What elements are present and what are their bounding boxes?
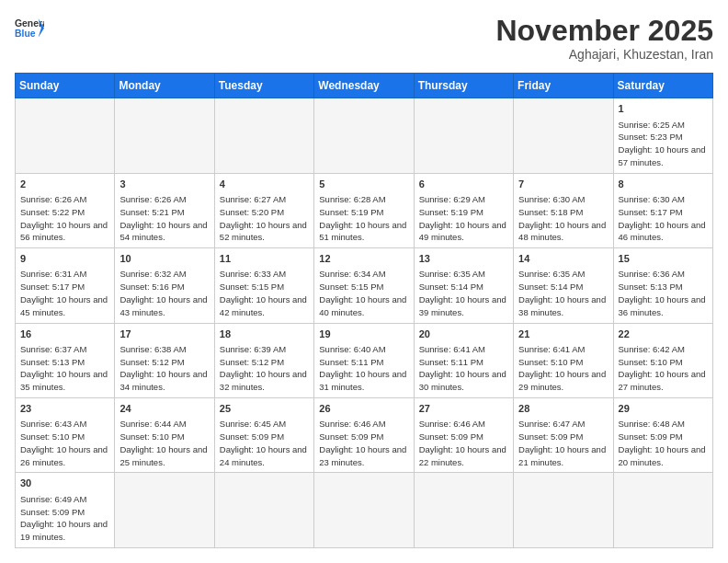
day-info: Sunrise: 6:46 AM Sunset: 5:09 PM Dayligh… (319, 418, 408, 468)
calendar-cell: 14Sunrise: 6:35 AM Sunset: 5:14 PM Dayli… (514, 248, 613, 323)
day-number: 8 (619, 178, 708, 191)
svg-text:General: General (15, 18, 44, 29)
day-number: 9 (20, 252, 109, 266)
day-number: 11 (220, 252, 309, 266)
day-info: Sunrise: 6:25 AM Sunset: 5:23 PM Dayligh… (619, 119, 708, 169)
day-info: Sunrise: 6:37 AM Sunset: 5:13 PM Dayligh… (20, 343, 109, 394)
day-number: 30 (20, 477, 109, 490)
day-info: Sunrise: 6:38 AM Sunset: 5:12 PM Dayligh… (119, 343, 209, 394)
day-number: 29 (619, 402, 708, 416)
location-subtitle: Aghajari, Khuzestan, Iran (495, 47, 713, 62)
day-number: 5 (319, 178, 408, 191)
calendar-cell (314, 98, 414, 173)
calendar-cell: 24Sunrise: 6:44 AM Sunset: 5:10 PM Dayli… (115, 398, 214, 473)
day-info: Sunrise: 6:29 AM Sunset: 5:19 PM Dayligh… (419, 193, 508, 244)
svg-text:Blue: Blue (15, 29, 36, 39)
day-number: 13 (419, 252, 508, 266)
calendar-cell: 26Sunrise: 6:46 AM Sunset: 5:09 PM Dayli… (314, 398, 414, 473)
day-info: Sunrise: 6:34 AM Sunset: 5:15 PM Dayligh… (319, 268, 408, 318)
day-info: Sunrise: 6:28 AM Sunset: 5:19 PM Dayligh… (319, 193, 408, 244)
day-number: 22 (619, 327, 708, 341)
calendar-cell (414, 473, 513, 547)
day-number: 2 (20, 178, 109, 191)
day-info: Sunrise: 6:30 AM Sunset: 5:18 PM Dayligh… (518, 193, 608, 244)
day-info: Sunrise: 6:27 AM Sunset: 5:20 PM Dayligh… (220, 193, 309, 244)
calendar-cell: 25Sunrise: 6:45 AM Sunset: 5:09 PM Dayli… (214, 398, 313, 473)
day-number: 15 (619, 252, 708, 266)
title-block: November 2025 Aghajari, Khuzestan, Iran (495, 15, 713, 62)
calendar-cell: 23Sunrise: 6:43 AM Sunset: 5:10 PM Dayli… (16, 398, 115, 473)
day-info: Sunrise: 6:42 AM Sunset: 5:10 PM Dayligh… (619, 343, 708, 394)
day-number: 21 (518, 327, 608, 341)
calendar-cell: 19Sunrise: 6:40 AM Sunset: 5:11 PM Dayli… (314, 323, 414, 397)
day-info: Sunrise: 6:41 AM Sunset: 5:10 PM Dayligh… (518, 343, 608, 394)
day-number: 27 (419, 402, 508, 416)
calendar-cell (214, 98, 313, 173)
calendar-cell: 9Sunrise: 6:31 AM Sunset: 5:17 PM Daylig… (16, 248, 115, 323)
calendar-cell (514, 473, 613, 547)
weekday-header-friday: Friday (514, 74, 613, 98)
day-number: 3 (119, 178, 209, 191)
day-info: Sunrise: 6:44 AM Sunset: 5:10 PM Dayligh… (119, 418, 209, 468)
page-header: General Blue November 2025 Aghajari, Khu… (15, 15, 713, 62)
day-number: 1 (619, 102, 708, 116)
calendar-cell: 28Sunrise: 6:47 AM Sunset: 5:09 PM Dayli… (514, 398, 613, 473)
day-info: Sunrise: 6:48 AM Sunset: 5:09 PM Dayligh… (619, 418, 708, 468)
day-info: Sunrise: 6:26 AM Sunset: 5:22 PM Dayligh… (20, 193, 109, 244)
day-info: Sunrise: 6:26 AM Sunset: 5:21 PM Dayligh… (119, 193, 209, 244)
calendar-cell (314, 473, 414, 547)
day-info: Sunrise: 6:30 AM Sunset: 5:17 PM Dayligh… (619, 193, 708, 244)
day-number: 28 (518, 402, 608, 416)
day-info: Sunrise: 6:47 AM Sunset: 5:09 PM Dayligh… (518, 418, 608, 468)
calendar-cell: 22Sunrise: 6:42 AM Sunset: 5:10 PM Dayli… (613, 323, 712, 397)
day-number: 10 (119, 252, 209, 266)
calendar-cell: 5Sunrise: 6:28 AM Sunset: 5:19 PM Daylig… (314, 173, 414, 247)
weekday-header-thursday: Thursday (414, 74, 513, 98)
calendar-cell: 16Sunrise: 6:37 AM Sunset: 5:13 PM Dayli… (16, 323, 115, 397)
calendar-cell: 2Sunrise: 6:26 AM Sunset: 5:22 PM Daylig… (16, 173, 115, 247)
calendar-cell: 3Sunrise: 6:26 AM Sunset: 5:21 PM Daylig… (115, 173, 214, 247)
day-info: Sunrise: 6:46 AM Sunset: 5:09 PM Dayligh… (419, 418, 508, 468)
day-number: 18 (220, 327, 309, 341)
calendar-cell: 17Sunrise: 6:38 AM Sunset: 5:12 PM Dayli… (115, 323, 214, 397)
day-info: Sunrise: 6:49 AM Sunset: 5:09 PM Dayligh… (20, 493, 109, 544)
day-info: Sunrise: 6:36 AM Sunset: 5:13 PM Dayligh… (619, 268, 708, 318)
calendar-cell (514, 98, 613, 173)
day-number: 17 (119, 327, 209, 341)
day-info: Sunrise: 6:41 AM Sunset: 5:11 PM Dayligh… (419, 343, 508, 394)
day-number: 7 (518, 178, 608, 191)
day-number: 12 (319, 252, 408, 266)
calendar-cell (16, 98, 115, 173)
calendar-cell (115, 98, 214, 173)
calendar-cell: 8Sunrise: 6:30 AM Sunset: 5:17 PM Daylig… (613, 173, 712, 247)
day-info: Sunrise: 6:35 AM Sunset: 5:14 PM Dayligh… (419, 268, 508, 318)
day-info: Sunrise: 6:45 AM Sunset: 5:09 PM Dayligh… (220, 418, 309, 468)
calendar-cell: 18Sunrise: 6:39 AM Sunset: 5:12 PM Dayli… (214, 323, 313, 397)
day-number: 20 (419, 327, 508, 341)
calendar-cell: 27Sunrise: 6:46 AM Sunset: 5:09 PM Dayli… (414, 398, 513, 473)
weekday-header-saturday: Saturday (613, 74, 712, 98)
day-info: Sunrise: 6:43 AM Sunset: 5:10 PM Dayligh… (20, 418, 109, 468)
calendar-cell: 11Sunrise: 6:33 AM Sunset: 5:15 PM Dayli… (214, 248, 313, 323)
calendar-cell: 4Sunrise: 6:27 AM Sunset: 5:20 PM Daylig… (214, 173, 313, 247)
day-number: 26 (319, 402, 408, 416)
calendar-table: SundayMondayTuesdayWednesdayThursdayFrid… (15, 73, 713, 548)
day-info: Sunrise: 6:40 AM Sunset: 5:11 PM Dayligh… (319, 343, 408, 394)
day-number: 14 (518, 252, 608, 266)
logo-icon: General Blue (15, 15, 44, 40)
month-title: November 2025 (495, 15, 713, 47)
day-number: 4 (220, 178, 309, 191)
calendar-cell: 15Sunrise: 6:36 AM Sunset: 5:13 PM Dayli… (613, 248, 712, 323)
weekday-header-wednesday: Wednesday (314, 74, 414, 98)
calendar-cell: 12Sunrise: 6:34 AM Sunset: 5:15 PM Dayli… (314, 248, 414, 323)
calendar-cell (214, 473, 313, 547)
calendar-cell: 29Sunrise: 6:48 AM Sunset: 5:09 PM Dayli… (613, 398, 712, 473)
day-info: Sunrise: 6:31 AM Sunset: 5:17 PM Dayligh… (20, 268, 109, 318)
day-number: 24 (119, 402, 209, 416)
day-number: 16 (20, 327, 109, 341)
day-info: Sunrise: 6:33 AM Sunset: 5:15 PM Dayligh… (220, 268, 309, 318)
calendar-cell (613, 473, 712, 547)
day-info: Sunrise: 6:32 AM Sunset: 5:16 PM Dayligh… (119, 268, 209, 318)
calendar-cell: 20Sunrise: 6:41 AM Sunset: 5:11 PM Dayli… (414, 323, 513, 397)
day-info: Sunrise: 6:35 AM Sunset: 5:14 PM Dayligh… (518, 268, 608, 318)
